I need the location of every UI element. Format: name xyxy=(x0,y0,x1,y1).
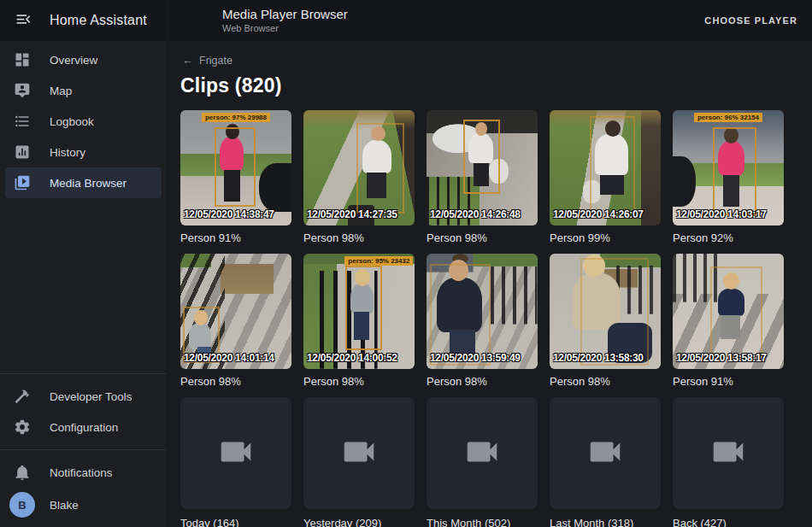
sidebar-item-developer-tools[interactable]: Developer Tools xyxy=(5,381,162,412)
folder-thumbnail xyxy=(550,397,661,509)
clip-timestamp: 12/05/2020 14:27:35 xyxy=(307,208,397,220)
video-camera-icon xyxy=(462,432,502,475)
folder-label: Back (427) xyxy=(673,517,784,527)
clip-tile[interactable]: 12/05/2020 14:27:35 Person 98% xyxy=(303,110,415,244)
clip-thumbnail: person: 97% 29988 12/05/2020 14:38:47 xyxy=(180,110,291,225)
video-camera-icon xyxy=(585,432,625,475)
clip-tile[interactable]: 12/05/2020 13:58:30 Person 98% xyxy=(550,254,661,388)
sidebar-item-media-browser[interactable]: Media Browser xyxy=(5,167,162,198)
sidebar-divider xyxy=(0,449,167,450)
clip-tile[interactable]: person: 97% 29988 12/05/2020 14:38:47 Pe… xyxy=(180,110,291,244)
clip-thumbnail: person: 96% 32154 12/05/2020 14:03:17 xyxy=(673,110,784,225)
sidebar-item-label: History xyxy=(50,146,85,159)
sidebar-item-label: Developer Tools xyxy=(50,390,132,403)
clip-label: Person 98% xyxy=(180,375,291,388)
hammer-icon xyxy=(14,388,31,405)
folder-thumbnail xyxy=(180,397,291,509)
sidebar-item-notifications[interactable]: Notifications xyxy=(5,457,162,488)
avatar: B xyxy=(9,492,35,518)
sidebar-item-overview[interactable]: Overview xyxy=(5,44,162,75)
clip-thumbnail: 12/05/2020 13:59:49 xyxy=(427,254,538,369)
video-camera-icon xyxy=(709,432,748,475)
dashboard-icon xyxy=(14,51,31,68)
clip-label: Person 92% xyxy=(673,231,784,244)
video-camera-icon xyxy=(339,432,379,475)
clip-timestamp: 12/05/2020 14:01:14 xyxy=(184,352,274,364)
detection-bbox xyxy=(713,127,756,215)
sidebar-item-label: Overview xyxy=(50,54,97,67)
clip-label: Person 91% xyxy=(180,231,291,244)
user-name: Blake xyxy=(50,499,79,512)
media-title-block: Media Player Browser Web Browser xyxy=(222,7,348,34)
clip-tile[interactable]: 12/05/2020 13:58:17 Person 91% xyxy=(673,254,784,388)
clip-tile[interactable]: 12/05/2020 14:26:48 Person 98% xyxy=(427,110,538,244)
bell-icon xyxy=(14,464,31,481)
folder-thumbnail xyxy=(427,397,538,509)
detection-overlay-label: person: 95% 23432 xyxy=(344,256,413,266)
media-header: Media Player Browser Web Browser CHOOSE … xyxy=(167,0,812,41)
top-bar: Home Assistant Media Player Browser Web … xyxy=(0,0,812,41)
folder-tile-yesterday[interactable]: Yesterday (209) xyxy=(303,397,415,527)
folder-label: Yesterday (209) xyxy=(303,517,415,527)
sidebar-item-configuration[interactable]: Configuration xyxy=(5,412,162,442)
clip-label: Person 98% xyxy=(303,375,415,388)
clip-tile[interactable]: person: 95% 23432 12/05/2020 14:00:52 Pe… xyxy=(303,254,415,388)
clip-tile[interactable]: 12/05/2020 14:26:07 Person 99% xyxy=(550,110,661,244)
sidebar: Overview Map Logbook History Media Brows… xyxy=(0,41,167,527)
list-icon xyxy=(14,113,31,130)
app-title: Home Assistant xyxy=(50,13,147,28)
choose-player-button[interactable]: CHOOSE PLAYER xyxy=(704,15,797,26)
sidebar-item-label: Map xyxy=(50,85,72,97)
play-box-multiple-icon xyxy=(14,174,31,191)
clip-tile[interactable]: 12/05/2020 14:01:14 Person 98% xyxy=(180,254,291,388)
folder-tile-last-month[interactable]: Last Month (318) xyxy=(550,397,661,527)
clip-timestamp: 12/05/2020 13:58:30 xyxy=(553,352,644,364)
clips-row-2: 12/05/2020 14:01:14 Person 98% person: 9… xyxy=(180,254,812,388)
sidebar-item-label: Logbook xyxy=(50,115,94,128)
detection-overlay-label: person: 96% 32154 xyxy=(694,113,762,122)
clips-row-1: person: 97% 29988 12/05/2020 14:38:47 Pe… xyxy=(180,110,812,244)
clip-tile[interactable]: 12/05/2020 13:59:49 Person 98% xyxy=(427,254,538,388)
clip-thumbnail: 12/05/2020 13:58:17 xyxy=(673,254,784,369)
video-camera-icon xyxy=(216,432,256,475)
clip-thumbnail: 12/05/2020 14:01:14 xyxy=(180,254,291,369)
sidebar-nav: Overview Map Logbook History Media Brows… xyxy=(0,41,167,198)
detection-bbox xyxy=(430,264,491,366)
folder-tile-back[interactable]: Back (427) xyxy=(673,397,784,527)
breadcrumb-back[interactable]: ← Frigate xyxy=(182,54,812,67)
clip-thumbnail: 12/05/2020 14:27:35 xyxy=(303,110,415,225)
sidebar-divider xyxy=(0,373,167,374)
detection-bbox xyxy=(590,116,635,219)
menu-open-icon xyxy=(15,10,32,32)
folder-tile-today[interactable]: Today (164) xyxy=(180,397,291,527)
detection-bbox xyxy=(215,127,256,207)
clip-thumbnail: 12/05/2020 14:26:48 xyxy=(427,110,538,225)
sidebar-toggle-button[interactable] xyxy=(13,10,33,31)
clip-timestamp: 12/05/2020 13:59:49 xyxy=(430,352,521,364)
folder-label: This Month (502) xyxy=(427,517,538,527)
sidebar-header: Home Assistant xyxy=(0,0,167,41)
clip-tile[interactable]: person: 96% 32154 12/05/2020 14:03:17 Pe… xyxy=(673,110,784,244)
detection-bbox xyxy=(463,120,500,195)
clip-timestamp: 12/05/2020 14:38:47 xyxy=(184,208,274,220)
clip-timestamp: 12/05/2020 13:58:17 xyxy=(676,352,767,364)
chart-box-icon xyxy=(14,143,31,161)
folder-label: Last Month (318) xyxy=(550,517,661,527)
clip-timestamp: 12/05/2020 14:03:17 xyxy=(676,208,767,220)
clip-label: Person 98% xyxy=(427,375,538,388)
media-browser-content: ← Frigate Clips (820) person: 97% 29988 … xyxy=(167,41,812,527)
sidebar-item-history[interactable]: History xyxy=(5,137,162,167)
clip-thumbnail: 12/05/2020 13:58:30 xyxy=(550,254,661,369)
sidebar-bottom: Developer Tools Configuration Notificati… xyxy=(0,366,167,527)
detection-bbox xyxy=(356,123,404,214)
sidebar-item-user[interactable]: B Blake xyxy=(5,488,162,522)
sidebar-item-map[interactable]: Map xyxy=(5,75,162,106)
sidebar-item-logbook[interactable]: Logbook xyxy=(5,106,162,137)
detection-bbox xyxy=(710,266,762,358)
clip-thumbnail: 12/05/2020 14:26:07 xyxy=(550,110,661,225)
folder-label: Today (164) xyxy=(180,517,291,527)
media-title: Media Player Browser xyxy=(222,7,348,21)
clip-thumbnail: person: 95% 23432 12/05/2020 14:00:52 xyxy=(303,254,415,369)
folder-tile-this-month[interactable]: This Month (502) xyxy=(427,397,538,527)
folders-row: Today (164) Yesterday (209) This Month (… xyxy=(180,397,812,527)
